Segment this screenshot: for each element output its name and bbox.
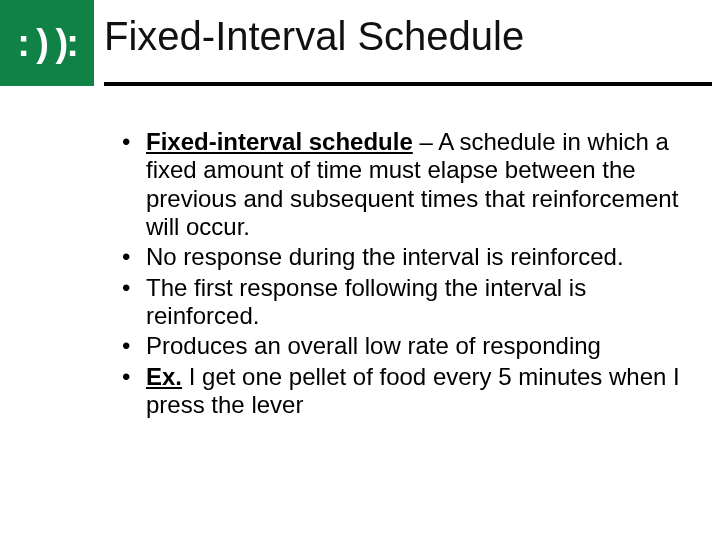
list-text: Produces an overall low rate of respondi… [146,332,601,359]
list-item: Fixed-interval schedule – A schedule in … [118,128,700,241]
logo-text: : ) ): [17,24,77,62]
list-text: I get one pellet of food every 5 minutes… [146,363,680,418]
slide: : ) ): Fixed-Interval Schedule Fixed-int… [0,0,720,540]
list-item: No response during the interval is reinf… [118,243,700,271]
logo: : ) ): [0,0,94,86]
list-text: – [413,128,438,155]
example-label: Ex. [146,363,182,390]
page-title: Fixed-Interval Schedule [104,14,704,59]
bullet-list: Fixed-interval schedule – A schedule in … [118,128,700,419]
list-text: The first response following the interva… [146,274,586,329]
list-item: The first response following the interva… [118,274,700,331]
list-item: Produces an overall low rate of respondi… [118,332,700,360]
term: Fixed-interval schedule [146,128,413,155]
title-underline [104,82,712,86]
list-text: No response during the interval is reinf… [146,243,624,270]
list-item: Ex. I get one pellet of food every 5 min… [118,363,700,420]
content: Fixed-interval schedule – A schedule in … [118,128,700,421]
